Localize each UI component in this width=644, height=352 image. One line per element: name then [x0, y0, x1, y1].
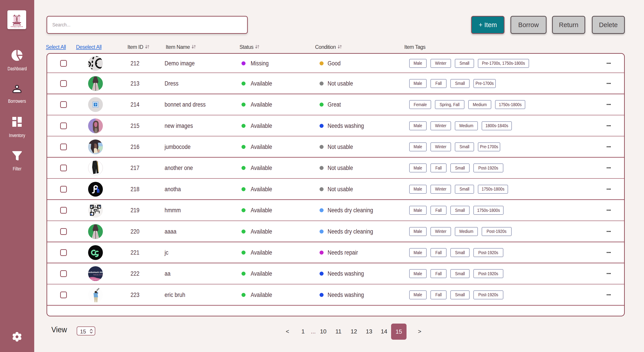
svg-text:?: ? — [94, 103, 96, 107]
svg-text:SOMERVILLE MUSEUM: SOMERVILLE MUSEUM — [11, 26, 23, 27]
svg-text:JumboHack 2025: JumboHack 2025 — [88, 271, 103, 273]
svg-text:February 22-23: February 22-23 — [93, 274, 103, 275]
svg-text:JUMBOHACK.COM: JUMBOHACK.COM — [90, 279, 101, 280]
svg-text:history · art · culture: history · art · culture — [14, 27, 20, 28]
